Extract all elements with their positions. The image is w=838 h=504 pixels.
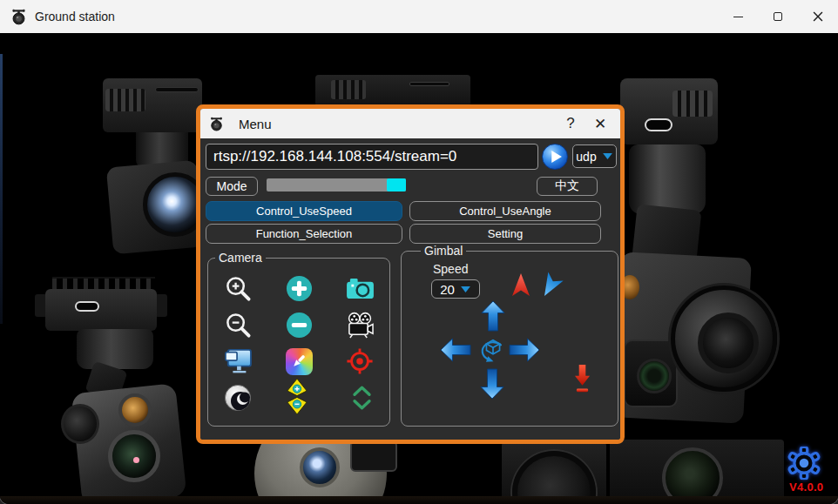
- zoom-in-button[interactable]: [222, 272, 253, 304]
- slider-handle[interactable]: [387, 178, 406, 192]
- zoom-in-icon: [225, 275, 252, 302]
- bg-gimbal-c-usb-port: [645, 118, 672, 131]
- pitch-down-home-button[interactable]: [572, 363, 592, 396]
- window-titlebar: Ground station: [0, 0, 838, 33]
- dialog-title: Menu: [239, 117, 272, 131]
- gimbal-app-icon: [10, 9, 27, 25]
- photo-camera-icon: [346, 277, 375, 300]
- red-pointer-icon: [510, 272, 532, 299]
- video-record-button[interactable]: [344, 309, 375, 340]
- stream-slider[interactable]: [267, 178, 406, 192]
- play-stream-button[interactable]: [542, 144, 568, 170]
- screen-display-button[interactable]: [222, 346, 253, 377]
- app-window: Ground station: [0, 0, 838, 504]
- rtsp-url-input[interactable]: [206, 144, 538, 170]
- camera-group: Camera: [207, 258, 390, 427]
- bg-gimbal-b-connector: [331, 80, 366, 99]
- window-controls: [718, 0, 838, 33]
- bg-gimbal-d-motor: [61, 404, 99, 444]
- video-camera-icon: [346, 312, 375, 339]
- bg-gimbal-a-slot: [155, 87, 199, 92]
- gimbal-left-button[interactable]: [443, 334, 468, 366]
- minimize-button[interactable]: [718, 0, 758, 33]
- bg-gimbal-d-body: [45, 289, 157, 331]
- night-mode-button[interactable]: [222, 382, 253, 413]
- arrow-down-icon: [480, 368, 504, 400]
- dialog-gimbal-icon: [209, 117, 224, 131]
- focus-minus-button[interactable]: [283, 309, 314, 340]
- language-button[interactable]: 中文: [537, 177, 598, 196]
- tab-control-useangle[interactable]: Control_UseAngle: [409, 201, 601, 221]
- zoom-out-icon: [225, 312, 252, 339]
- blue-pointer-icon: [539, 272, 562, 299]
- protocol-select[interactable]: udp: [572, 144, 617, 168]
- bg-gimbal-d-usb-port: [75, 301, 99, 312]
- arrow-right-icon: [509, 338, 540, 362]
- arrow-left-icon: [440, 338, 471, 362]
- bg-gimbal-e-port: [350, 440, 397, 472]
- cube-rotate-icon: [478, 336, 508, 366]
- close-button[interactable]: [798, 0, 838, 33]
- bg-edge-glow: [0, 54, 3, 324]
- bg-gimbal-d-mount-right: [155, 294, 167, 317]
- diamond-plus-minus-icon: [286, 378, 308, 415]
- maximize-icon: [774, 12, 782, 21]
- minimize-icon: [733, 17, 743, 17]
- gimbal-speed-value: 20: [440, 282, 455, 297]
- play-icon: [543, 144, 567, 169]
- focus-chevrons-button[interactable]: [346, 382, 377, 413]
- bg-floor-reflection: [0, 496, 838, 504]
- dialog-body: udp Mode 中文 Control_UseSpeed Control_Use…: [200, 138, 620, 440]
- gain-adjust-button[interactable]: [285, 377, 309, 415]
- plus-circle-icon: [286, 275, 313, 302]
- crosshair-target-icon: [346, 347, 374, 375]
- gimbal-right-button[interactable]: [512, 334, 537, 366]
- main-canvas: Menu ? ✕ udp Mode 中文: [0, 33, 838, 504]
- mode-button[interactable]: Mode: [206, 177, 258, 196]
- bg-gimbal-e-lens: [300, 447, 340, 487]
- bg-gimbal-c-lens-barrel: [671, 286, 777, 392]
- tab-function-selection[interactable]: Function_Selection: [206, 224, 402, 244]
- menu-dialog: Menu ? ✕ udp Mode 中文: [196, 104, 625, 444]
- settings-gear-button[interactable]: [787, 447, 821, 481]
- minus-circle-icon: [286, 312, 313, 339]
- dialog-titlebar[interactable]: Menu ? ✕: [200, 109, 620, 138]
- camera-group-label: Camera: [215, 251, 266, 265]
- zoom-out-button[interactable]: [222, 309, 253, 340]
- dialog-close-button[interactable]: ✕: [585, 111, 615, 137]
- slider-track[interactable]: [267, 178, 406, 192]
- arrow-up-icon: [481, 300, 505, 332]
- bg-gimbal-c-thermal-lens: [624, 339, 678, 407]
- target-track-button[interactable]: [344, 346, 375, 377]
- gimbal-speed-select[interactable]: 20: [431, 279, 480, 299]
- tab-setting[interactable]: Setting: [409, 224, 601, 244]
- red-down-to-limit-icon: [572, 363, 592, 396]
- protocol-value: udp: [576, 150, 596, 164]
- version-label: V4.0.0: [789, 480, 823, 494]
- maximize-button[interactable]: [758, 0, 798, 33]
- gimbal-down-button[interactable]: [480, 368, 504, 400]
- palette-app-button[interactable]: [283, 346, 314, 377]
- chevron-down-icon: [602, 152, 613, 160]
- palette-app-icon: [286, 348, 313, 375]
- close-icon: [813, 11, 823, 22]
- night-moon-icon: [224, 384, 252, 412]
- gimbal-group-label: Gimbal: [421, 244, 466, 258]
- focus-plus-button[interactable]: [283, 272, 314, 304]
- bg-gimbal-c-connector: [672, 91, 713, 117]
- bg-gimbal-d-main-lens: [108, 430, 160, 482]
- bg-gimbal-b-slot: [409, 82, 449, 86]
- window-title: Ground station: [35, 10, 115, 24]
- chevrons-up-down-icon: [351, 384, 373, 412]
- photo-capture-button[interactable]: [344, 272, 375, 304]
- bg-gimbal-d-neck: [77, 329, 153, 369]
- screen-display-icon: [223, 348, 253, 374]
- gimbal-recenter-button[interactable]: [478, 336, 508, 366]
- dialog-help-button[interactable]: ?: [556, 111, 585, 137]
- gear-icon: [787, 447, 821, 480]
- bg-gimbal-d-amber-lens: [118, 393, 152, 427]
- gimbal-group: Gimbal Speed 20: [401, 251, 618, 427]
- bg-gimbal-c-neck: [629, 144, 706, 214]
- tab-control-usespeed[interactable]: Control_UseSpeed: [206, 201, 402, 221]
- gimbal-up-button[interactable]: [481, 300, 505, 332]
